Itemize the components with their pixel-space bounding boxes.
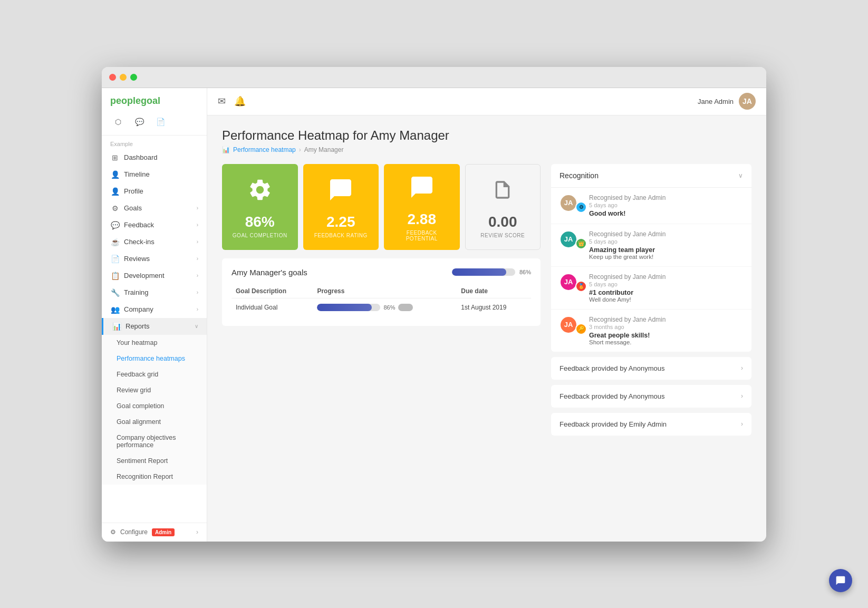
submenu-label: Sentiment Report xyxy=(117,457,168,465)
submenu-goal-completion[interactable]: Goal completion xyxy=(102,398,207,414)
feedback-rating-label: FEEDBACK RATING xyxy=(314,233,368,238)
chevron-right-icon: › xyxy=(197,256,198,262)
col-description: Goal Description xyxy=(232,284,313,298)
feedback-potential-label: FEEDBACK POTENTIAL xyxy=(392,230,451,242)
rec-message-text: #1 contributor xyxy=(589,289,633,296)
share-icon-btn[interactable]: ⬡ xyxy=(110,114,126,130)
rec-by: Recognised by Jane Admin xyxy=(589,273,743,281)
development-icon: 📋 xyxy=(110,272,120,280)
feedback-accordion-3[interactable]: Feedback provided by Emily Admin › xyxy=(551,413,751,436)
submenu-your-heatmap[interactable]: Your heatmap xyxy=(102,335,207,351)
main-content: ✉ 🔔 Jane Admin JA Performance Heatmap fo… xyxy=(207,88,766,542)
rec-by: Recognised by Jane Admin xyxy=(589,316,743,323)
table-row: Individual Goal 86% xyxy=(232,298,531,316)
content-area: Performance Heatmap for Amy Manager 📊 Pe… xyxy=(207,115,766,542)
submenu-recognition-report[interactable]: Recognition Report xyxy=(102,469,207,485)
goal-progress-cell: 86% xyxy=(313,298,457,316)
review-score-label: REVIEW SCORE xyxy=(480,233,525,238)
admin-badge: Admin xyxy=(152,528,175,536)
sidebar-item-reviews[interactable]: 📄 Reviews › xyxy=(102,250,207,267)
recognition-title: Recognition xyxy=(560,171,599,180)
submenu-company-objectives[interactable]: Company objectives performance xyxy=(102,430,207,453)
sidebar-item-label: Timeline xyxy=(124,170,150,178)
breadcrumb-separator: › xyxy=(299,146,301,153)
feedback-label: Feedback provided by Anonymous xyxy=(560,392,664,400)
configure-label[interactable]: Configure xyxy=(120,528,148,536)
gear-icon: ⚙ xyxy=(110,528,116,536)
chevron-right-icon: › xyxy=(197,222,198,228)
sidebar-item-checkins[interactable]: ☕ Check-ins › xyxy=(102,234,207,250)
dashboard-icon: ⊞ xyxy=(110,153,120,162)
recognition-item-1: JA ⚙ Recognised by Jane Admin 5 days ago… xyxy=(551,188,751,224)
feedback-accordion-1[interactable]: Feedback provided by Anonymous › xyxy=(551,357,751,380)
recognition-item-2: JA 👑 Recognised by Jane Admin 5 days ago… xyxy=(551,224,751,267)
sidebar-item-reports[interactable]: 📊 Reports ∨ xyxy=(102,318,207,335)
sidebar-item-training[interactable]: 🔧 Training › xyxy=(102,284,207,301)
submenu-performance-heatmaps[interactable]: Performance heatmaps xyxy=(102,351,207,366)
rec-message-text: Great people skills! xyxy=(589,332,650,339)
reports-icon: 📊 xyxy=(112,322,121,331)
chat-icon-btn[interactable]: 💬 xyxy=(131,114,147,130)
sidebar-item-label: Training xyxy=(124,288,148,296)
titlebar xyxy=(102,67,766,88)
metric-card-feedback-potential: 2.88 FEEDBACK POTENTIAL xyxy=(384,164,460,250)
rec-content: Recognised by Jane Admin 5 days ago Amaz… xyxy=(589,230,743,260)
right-panel: Recognition ∨ JA ⚙ Recognised by xyxy=(551,164,751,436)
chevron-right-icon: › xyxy=(197,273,198,278)
sidebar-footer: ⚙ Configure Admin › xyxy=(102,523,207,542)
maximize-dot[interactable] xyxy=(130,74,137,81)
rec-by: Recognised by Jane Admin xyxy=(589,194,743,201)
document-metric-icon xyxy=(492,177,513,207)
col-progress: Progress xyxy=(313,284,457,298)
chevron-right-icon: › xyxy=(197,239,198,245)
avatar[interactable]: JA xyxy=(739,93,756,110)
submenu-review-grid[interactable]: Review grid xyxy=(102,382,207,398)
sidebar-item-development[interactable]: 📋 Development › xyxy=(102,267,207,284)
submenu-label: Goal alignment xyxy=(117,418,161,426)
document-icon-btn[interactable]: 📄 xyxy=(152,114,168,130)
sidebar-item-goals[interactable]: ⚙ Goals › xyxy=(102,200,207,217)
metric-card-feedback-rating: 2.25 FEEDBACK RATING xyxy=(303,164,379,250)
sidebar-item-feedback[interactable]: 💬 Feedback › xyxy=(102,217,207,234)
gear-metric-icon xyxy=(247,177,273,207)
recognition-card: Recognition ∨ JA ⚙ Recognised by xyxy=(551,164,751,352)
submenu-sentiment-report[interactable]: Sentiment Report xyxy=(102,453,207,469)
sidebar-item-profile[interactable]: 👤 Profile xyxy=(102,183,207,200)
goals-overall-progress: 86% xyxy=(452,268,531,276)
progress-toggle[interactable] xyxy=(398,304,413,311)
feedback-accordion-2[interactable]: Feedback provided by Anonymous › xyxy=(551,385,751,408)
rec-content: Recognised by Jane Admin 5 days ago #1 c… xyxy=(589,273,743,303)
avatar: JA xyxy=(560,273,577,291)
sidebar-item-label: Feedback xyxy=(124,221,154,229)
chevron-right-icon: › xyxy=(741,364,743,372)
sidebar-item-label: Check-ins xyxy=(124,238,155,246)
feedback-rating-value: 2.25 xyxy=(326,214,355,230)
chevron-down-icon[interactable]: ∨ xyxy=(738,172,743,179)
goal-due-date: 1st August 2019 xyxy=(457,298,531,316)
sidebar-item-timeline[interactable]: 👤 Timeline xyxy=(102,166,207,183)
submenu-feedback-grid[interactable]: Feedback grid xyxy=(102,366,207,382)
chat-button[interactable] xyxy=(829,569,852,592)
badge-icon: 🔑 xyxy=(575,323,587,335)
minimize-dot[interactable] xyxy=(120,74,127,81)
sidebar-item-company[interactable]: 👥 Company › xyxy=(102,301,207,318)
avatar: JA xyxy=(560,316,577,334)
sidebar-item-label: Reports xyxy=(126,322,150,330)
rec-time: 5 days ago xyxy=(589,202,743,208)
bell-icon[interactable]: 🔔 xyxy=(234,95,246,107)
progress-fill xyxy=(317,304,371,311)
sidebar-item-label: Profile xyxy=(124,187,143,195)
progress-label: 86% xyxy=(383,304,395,311)
goals-icon: ⚙ xyxy=(110,204,120,213)
sidebar-item-label: Company xyxy=(124,305,153,313)
breadcrumb: 📊 Performance heatmap › Amy Manager xyxy=(222,146,751,153)
metric-card-goal-completion: 86% GOAL COMPLETION xyxy=(222,164,298,250)
breadcrumb-link[interactable]: Performance heatmap xyxy=(233,146,296,153)
sidebar-item-label: Goals xyxy=(124,204,142,212)
mail-icon[interactable]: ✉ xyxy=(218,95,226,107)
chevron-right-icon: › xyxy=(196,528,198,536)
sidebar-item-dashboard[interactable]: ⊞ Dashboard xyxy=(102,149,207,166)
feedback-label: Feedback provided by Anonymous xyxy=(560,364,664,372)
close-dot[interactable] xyxy=(109,74,116,81)
submenu-goal-alignment[interactable]: Goal alignment xyxy=(102,414,207,430)
